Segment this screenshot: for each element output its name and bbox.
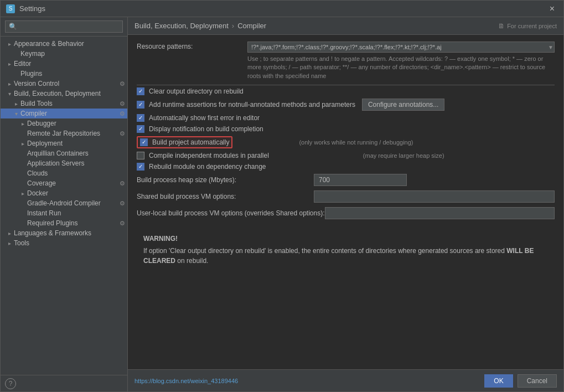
sidebar-item-instant-run[interactable]: Instant Run — [1, 208, 127, 218]
checkbox-compile-parallel: Compile independent modules in parallel — [137, 152, 269, 159]
sidebar-item-keymap[interactable]: Keymap — [1, 49, 127, 59]
sidebar-item-label: Coverage — [27, 179, 120, 187]
sidebar-item-label: Version Control — [14, 80, 120, 87]
resource-input-wrapper: ▼ — [247, 42, 555, 53]
gear-icon: ⚙ — [120, 80, 125, 87]
gear-icon: ⚙ — [120, 180, 125, 187]
runtime-assertions-checkbox[interactable] — [137, 101, 144, 109]
rebuild-dependency-label: Rebuild module on dependency change — [149, 163, 266, 171]
sidebar-item-label: Debugger — [27, 120, 125, 127]
gear-icon: ⚙ — [120, 200, 125, 207]
arrow-icon: ▾ — [5, 91, 14, 97]
cancel-button[interactable]: Cancel — [518, 374, 557, 388]
title-bar: S Settings × — [1, 1, 563, 17]
runtime-assertions-label: Add runtime assertions for notnull-annot… — [149, 101, 355, 109]
sidebar-item-label: Gradle-Android Compiler — [27, 199, 120, 207]
arrow-arrow-icon: ▸ — [5, 81, 14, 87]
search-input[interactable] — [5, 20, 123, 33]
shared-vm-input[interactable] — [314, 190, 555, 203]
expand-icon[interactable]: ▼ — [548, 44, 553, 50]
sidebar-item-label: Build Tools — [20, 100, 120, 107]
main-header: Build, Execution, Deployment › Compiler … — [128, 17, 563, 35]
configure-annotations-button[interactable]: Configure annotations... — [362, 99, 444, 111]
show-first-error-label: Automatically show first error in editor — [149, 114, 260, 122]
sidebar-item-build-tools[interactable]: ▸ Build Tools ⚙ — [1, 99, 127, 109]
sidebar-item-plugins[interactable]: Plugins — [1, 69, 127, 79]
sidebar-item-debugger[interactable]: ▸ Debugger — [1, 118, 127, 128]
gear-icon: ⚙ — [120, 100, 125, 107]
sidebar-item-gradle-android[interactable]: Gradle-Android Compiler ⚙ — [1, 198, 127, 208]
resource-patterns-label: Resource patterns: — [137, 42, 247, 50]
user-vm-label: User-local build process VM options (ove… — [137, 209, 325, 217]
sidebar-item-label: Appearance & Behavior — [14, 40, 125, 48]
sidebar-item-label: Clouds — [27, 169, 125, 177]
resource-patterns-input[interactable] — [247, 42, 555, 53]
arrow-icon: ▸ — [12, 101, 20, 107]
resource-patterns-row: Resource patterns: ▼ Use ; to separate p… — [137, 42, 555, 80]
clear-output-label: Clear output directory on rebuild — [149, 87, 244, 95]
sidebar-item-label: Compiler — [20, 110, 120, 117]
sidebar-item-docker[interactable]: ▸ Docker — [1, 188, 127, 198]
sidebar-item-editor[interactable]: ▸ Editor — [1, 59, 127, 69]
heap-label: Build process heap size (Mbytes): — [137, 176, 314, 184]
sidebar-item-tools[interactable]: ▸ Tools — [1, 238, 127, 248]
sidebar-item-label: Arquillian Containers — [27, 149, 125, 157]
sidebar-item-coverage[interactable]: Coverage ⚙ — [1, 178, 127, 188]
ok-button[interactable]: OK — [484, 374, 513, 388]
gear-icon: ⚙ — [120, 110, 125, 117]
sidebar-item-arquillian[interactable]: Arquillian Containers — [1, 148, 127, 158]
settings-window: S Settings × ▸ Appearance & Behavior Key… — [0, 0, 564, 392]
warning-title: WARNING! — [143, 235, 548, 243]
checkbox-runtime-assertions: Add runtime assertions for notnull-annot… — [137, 99, 555, 111]
sidebar-item-version-control[interactable]: ▸ Version Control ⚙ — [1, 79, 127, 89]
build-automatically-checkbox[interactable] — [140, 138, 148, 146]
arrow-icon: ▸ — [5, 41, 14, 47]
sidebar-item-label: Keymap — [20, 50, 125, 58]
breadcrumb-root: Build, Execution, Deployment — [134, 22, 229, 30]
checkbox-display-notification: Display notification on build completion — [137, 125, 555, 133]
arrow-icon: ▸ — [18, 121, 27, 127]
sidebar-item-label: Required Plugins — [27, 219, 120, 227]
help-button[interactable]: ? — [5, 378, 16, 389]
sidebar-item-build-execution[interactable]: ▾ Build, Execution, Deployment — [1, 89, 127, 99]
sidebar-item-clouds[interactable]: Clouds — [1, 168, 127, 178]
main-body: Resource patterns: ▼ Use ; to separate p… — [128, 35, 563, 369]
checkbox-build-automatically: Build project automatically — [137, 136, 232, 148]
compile-parallel-checkbox[interactable] — [137, 152, 144, 159]
compile-parallel-note: (may require larger heap size) — [363, 152, 444, 159]
search-box — [1, 17, 127, 37]
build-automatically-note: (only works while not running / debuggin… — [299, 139, 413, 146]
project-badge-label: For current project — [507, 23, 557, 29]
shared-vm-label: Shared build process VM options: — [137, 193, 314, 200]
resource-hint: Use ; to separate patterns and ! to nega… — [247, 55, 555, 80]
sidebar-item-label: Instant Run — [27, 209, 125, 217]
sidebar-item-compiler[interactable]: ▾ Compiler ⚙ — [1, 109, 127, 118]
file-icon: 🗎 — [498, 22, 505, 30]
breadcrumb-separator: › — [232, 22, 234, 30]
build-automatically-label: Build project automatically — [152, 138, 229, 146]
arrow-icon: ▸ — [5, 230, 14, 236]
show-first-error-checkbox[interactable] — [137, 114, 144, 122]
heap-input[interactable] — [314, 174, 407, 186]
sidebar-item-label: Plugins — [20, 70, 125, 78]
sidebar-item-label: Tools — [14, 239, 125, 247]
user-vm-input[interactable] — [325, 207, 555, 219]
project-badge: 🗎 For current project — [498, 22, 557, 30]
main-footer: https://blog.csdn.net/weixin_43189446 OK… — [128, 369, 563, 391]
sidebar-item-remote-jar[interactable]: Remote Jar Repositories ⚙ — [1, 128, 127, 138]
gear-icon: ⚙ — [120, 220, 125, 227]
clear-output-checkbox[interactable] — [137, 87, 144, 95]
sidebar-item-appearance-behavior[interactable]: ▸ Appearance & Behavior — [1, 39, 127, 49]
sidebar-item-required-plugins[interactable]: Required Plugins ⚙ — [1, 218, 127, 228]
warning-section: WARNING! If option 'Clear output directo… — [137, 228, 555, 272]
checkbox-rebuild-dependency: Rebuild module on dependency change — [137, 163, 555, 171]
sidebar-item-languages[interactable]: ▸ Languages & Frameworks — [1, 228, 127, 238]
display-notification-checkbox[interactable] — [137, 125, 144, 133]
sidebar-item-app-servers[interactable]: Application Servers — [1, 158, 127, 168]
rebuild-dependency-checkbox[interactable] — [137, 163, 144, 171]
sidebar-item-label: Editor — [14, 60, 125, 68]
sidebar-item-label: Build, Execution, Deployment — [14, 90, 125, 97]
close-button[interactable]: × — [546, 3, 558, 15]
sidebar-item-deployment[interactable]: ▸ Deployment — [1, 138, 127, 148]
content-area: ▸ Appearance & Behavior Keymap ▸ Editor … — [1, 17, 563, 391]
